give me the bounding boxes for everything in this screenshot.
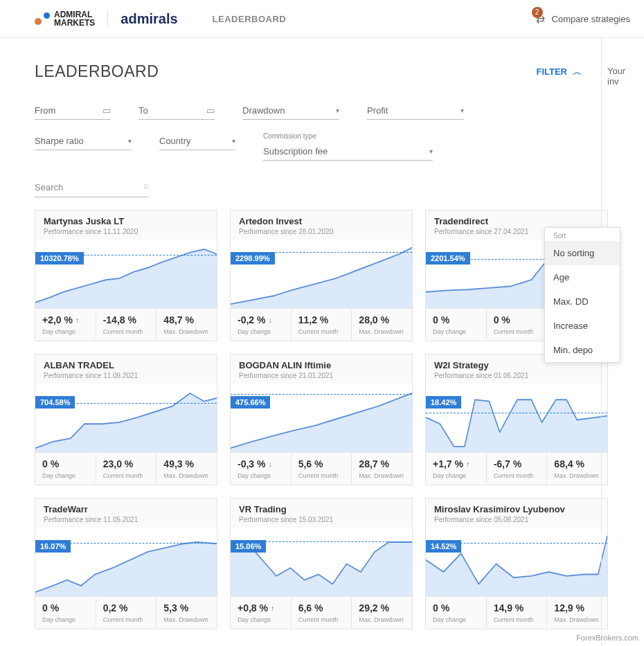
day-change-value: +0,8 % ↑ (238, 602, 284, 613)
chevron-down-icon: ▾ (232, 137, 235, 145)
day-change-value: 0 % (433, 314, 479, 325)
card-name: TradeWarr (44, 504, 208, 514)
sort-option[interactable]: Increase (545, 314, 620, 338)
profit-select[interactable]: Profit▾ (367, 102, 464, 120)
day-change-value: -0,2 % ↓ (238, 314, 284, 325)
card-name: Miroslav Krasimirov Lyubenov (434, 504, 599, 514)
current-month-value: 11,2 % (298, 314, 345, 325)
strategy-card[interactable]: BOGDAN ALIN IftimiePerformance since 21.… (230, 354, 413, 485)
performance-badge: 475.66% (231, 396, 270, 409)
current-month-value: 0 % (494, 314, 540, 325)
card-name: Martynas Juska LT (44, 216, 208, 226)
strategy-card[interactable]: W2I StrategyPerformance since 01.06.2021… (425, 354, 608, 485)
card-name: VR Trading (239, 504, 404, 514)
card-chart: 14.52% (426, 528, 607, 596)
card-chart: 15.06% (231, 528, 412, 596)
max-drawdown-value: 29,2 % (359, 602, 405, 613)
calendar-icon: ▭ (206, 105, 215, 116)
sharpe-select[interactable]: Sharpe ratio▾ (35, 132, 132, 150)
sort-option[interactable]: Min. depo (545, 338, 620, 362)
card-since: Performance since 21.01.2021 (239, 372, 404, 379)
breadcrumb[interactable]: LEADERBOARD (213, 14, 287, 24)
compare-icon: ⇄2 (536, 12, 545, 26)
day-change-value: 0 % (42, 602, 89, 613)
current-month-value: -6,7 % (494, 458, 540, 469)
card-since: Performance since 11.05.2021 (44, 516, 208, 523)
topbar: ADMIRALMARKETS admirals LEADERBOARD ⇄2 C… (0, 0, 644, 38)
from-date-input[interactable]: From▭ (35, 102, 111, 120)
card-name: ALBAN TRADEL (44, 360, 208, 370)
arrow-icon: ↑ (466, 460, 470, 468)
strategy-card[interactable]: Miroslav Krasimirov LyubenovPerformance … (425, 498, 608, 629)
calendar-icon: ▭ (102, 105, 111, 116)
sort-header: Sort (545, 228, 620, 241)
performance-badge: 2298.99% (231, 252, 275, 264)
card-name: Tradendirect (434, 216, 599, 226)
card-name: Artedon Invest (239, 216, 404, 226)
max-drawdown-value: 5,3 % (163, 602, 210, 613)
max-drawdown-value: 49,3 % (163, 458, 210, 469)
card-since: Performance since 11.11.2020 (44, 228, 208, 235)
country-select[interactable]: Country▾ (159, 132, 235, 150)
content: LEADERBOARD FILTER ︿ From▭ To▭ Drawdown▾… (0, 38, 644, 629)
chevron-down-icon: ▾ (336, 107, 339, 114)
arrow-icon: ↓ (268, 316, 272, 324)
performance-badge: 704.58% (35, 396, 75, 409)
max-drawdown-value: 12,9 % (554, 602, 600, 613)
strategy-card[interactable]: Artedon InvestPerformance since 28.01.20… (230, 210, 413, 341)
sort-dropdown: Sort No sortingAgeMax. DDIncreaseMin. de… (544, 227, 620, 363)
compare-badge: 2 (532, 7, 543, 18)
card-name: BOGDAN ALIN Iftimie (239, 360, 404, 370)
watermark: ForexBrokers.com (576, 634, 638, 642)
card-chart: 2298.99% (231, 240, 412, 308)
chevron-down-icon: ▾ (429, 147, 433, 155)
card-since: Performance since 15.03.2021 (239, 516, 404, 523)
current-month-value: 6,6 % (298, 602, 345, 613)
day-change-value: 0 % (42, 458, 89, 469)
day-change-value: 0 % (433, 602, 479, 613)
to-date-input[interactable]: To▭ (138, 102, 215, 120)
page-title: LEADERBOARD (35, 62, 159, 81)
performance-badge: 2201.54% (426, 252, 470, 264)
drawdown-select[interactable]: Drawdown▾ (242, 102, 339, 120)
card-chart: 704.58% (35, 384, 217, 452)
performance-badge: 18.42% (426, 396, 461, 409)
day-change-value: -0,3 % ↓ (238, 458, 284, 469)
commission-select[interactable]: Subscription fee▾ (263, 143, 433, 161)
day-change-value: +1,7 % ↑ (433, 458, 479, 469)
performance-badge: 16.07% (35, 540, 71, 553)
admirals-logo[interactable]: admirals (107, 11, 177, 27)
current-month-value: 23,0 % (103, 458, 150, 469)
card-chart: 475.66% (231, 384, 412, 452)
search-input[interactable]: Search ⌕ (35, 178, 149, 197)
performance-badge: 14.52% (426, 540, 461, 553)
current-month-value: 0,2 % (103, 602, 150, 613)
sort-option[interactable]: No sorting (545, 241, 620, 265)
current-month-value: 5,6 % (298, 458, 345, 469)
arrow-icon: ↑ (75, 316, 80, 324)
search-icon: ⌕ (143, 180, 149, 190)
chevron-up-icon: ︿ (573, 66, 582, 78)
max-drawdown-value: 48,7 % (163, 314, 210, 325)
strategy-card[interactable]: VR TradingPerformance since 15.03.202115… (230, 498, 413, 629)
sort-option[interactable]: Age (545, 265, 620, 289)
card-chart: 10320.78% (35, 240, 217, 308)
strategy-card[interactable]: ALBAN TRADELPerformance since 11.08.2021… (35, 354, 217, 485)
strategy-card[interactable]: TradeWarrPerformance since 11.05.202116.… (35, 498, 217, 629)
filter-toggle[interactable]: FILTER ︿ (536, 66, 582, 78)
card-since: Performance since 05.08.2021 (434, 516, 599, 523)
arrow-icon: ↑ (271, 604, 275, 612)
card-chart: 18.42% (426, 384, 607, 452)
card-since: Performance since 01.06.2021 (434, 372, 599, 379)
sort-option[interactable]: Max. DD (545, 289, 620, 314)
day-change-value: +2,0 % ↑ (42, 314, 89, 325)
commission-label: Commission type (263, 132, 433, 140)
max-drawdown-value: 28,0 % (359, 314, 405, 325)
max-drawdown-value: 68,4 % (554, 458, 600, 469)
admiral-markets-logo[interactable]: ADMIRALMARKETS (35, 10, 95, 27)
compare-strategies-button[interactable]: ⇄2 Compare strategies (536, 12, 630, 26)
chevron-down-icon: ▾ (128, 137, 132, 145)
logo-icon (35, 12, 50, 25)
strategy-card[interactable]: Martynas Juska LTPerformance since 11.11… (35, 210, 217, 341)
filters: From▭ To▭ Drawdown▾ Profit▾ Sharpe ratio… (35, 102, 644, 161)
